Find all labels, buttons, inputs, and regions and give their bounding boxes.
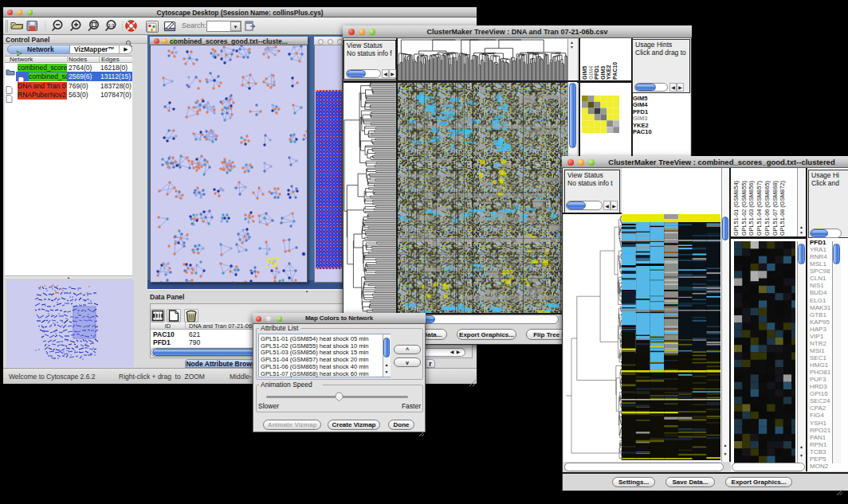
svg-text:1:1: 1:1 [108, 23, 115, 28]
